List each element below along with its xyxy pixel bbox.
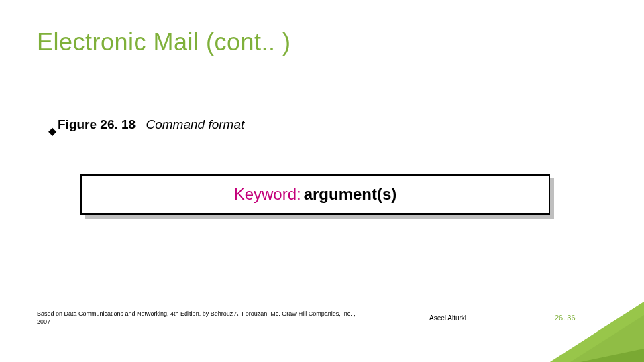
slide-title: Electronic Mail (cont.. ) [37,28,291,56]
keyword-label: Keyword: [234,185,301,204]
decorative-triangle-icon [550,302,644,362]
figure-caption: Command format [146,117,244,131]
footer-author: Aseel Alturki [429,314,466,322]
command-format-figure: Keyword: argument(s) [80,174,551,215]
footer-source: Based on Data Communications and Network… [37,310,359,326]
figure-box: Keyword: argument(s) [80,174,550,215]
bullet-text: Figure 26. 18 Command format [58,117,244,132]
bullet-row: ◆ Figure 26. 18 Command format [48,117,244,132]
slide: Electronic Mail (cont.. ) ◆ Figure 26. 1… [0,0,644,362]
figure-reference: Figure 26. 18 [58,117,136,131]
argument-label: argument(s) [304,185,397,204]
